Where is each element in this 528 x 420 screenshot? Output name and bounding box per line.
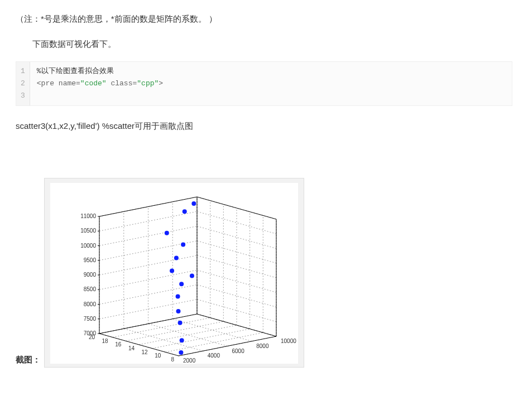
svg-text:10000: 10000 <box>281 338 296 344</box>
svg-line-9 <box>126 321 223 341</box>
svg-text:9500: 9500 <box>84 257 97 263</box>
svg-line-45 <box>99 314 197 334</box>
svg-text:10500: 10500 <box>80 228 96 234</box>
scatter-line: scatter3(x1,x2,y,'filled') %scatter可用于画散… <box>16 118 512 133</box>
svg-line-43 <box>99 334 179 356</box>
svg-line-1 <box>124 329 203 351</box>
svg-text:2000: 2000 <box>183 358 196 364</box>
svg-line-44 <box>197 314 276 336</box>
svg-point-89 <box>174 255 179 260</box>
svg-line-49 <box>99 197 197 216</box>
svg-point-88 <box>170 268 174 273</box>
svg-text:8000: 8000 <box>256 343 269 349</box>
svg-text:11000: 11000 <box>80 213 96 219</box>
svg-line-7 <box>152 329 250 349</box>
svg-text:8: 8 <box>171 356 174 363</box>
svg-text:8000: 8000 <box>84 301 97 307</box>
svg-text:10000: 10000 <box>80 243 96 249</box>
svg-text:9000: 9000 <box>84 272 97 278</box>
svg-text:10: 10 <box>155 353 161 359</box>
svg-point-85 <box>176 294 180 298</box>
svg-text:7500: 7500 <box>84 316 97 322</box>
code-block: 1 2 3 %以下绘图查看拟合效果<pre name="code" class=… <box>16 61 512 106</box>
svg-text:20: 20 <box>89 334 95 340</box>
line-number: 1 <box>21 65 25 78</box>
code-lines: %以下绘图查看拟合效果<pre name="code" class="cpp"> <box>30 62 170 105</box>
svg-text:4000: 4000 <box>208 353 220 359</box>
svg-text:14: 14 <box>128 345 135 351</box>
code-gutter: 1 2 3 <box>16 62 30 105</box>
scatter3d-plot: 7000750080008500900095001000010500110008… <box>50 183 298 364</box>
svg-point-93 <box>191 201 196 206</box>
svg-point-82 <box>180 338 184 342</box>
line-number: 2 <box>21 78 25 90</box>
code-line-2: %以下绘图查看拟合效果 <box>37 65 163 78</box>
line-number: 3 <box>21 90 25 102</box>
svg-line-19 <box>197 211 276 234</box>
svg-line-10 <box>113 318 210 337</box>
svg-point-83 <box>178 321 183 325</box>
svg-point-86 <box>179 282 184 286</box>
viz-intro-paragraph: 下面数据可视化看下。 <box>16 36 512 51</box>
svg-point-84 <box>176 309 181 313</box>
svg-point-90 <box>181 243 185 247</box>
plot-frame: 7000750080008500900095001000010500110008… <box>44 178 304 368</box>
svg-line-2 <box>148 324 228 346</box>
svg-point-87 <box>190 273 194 278</box>
svg-text:16: 16 <box>115 341 122 347</box>
svg-line-15 <box>197 270 276 292</box>
svg-text:18: 18 <box>102 338 109 344</box>
svg-text:12: 12 <box>142 349 148 355</box>
svg-line-3 <box>172 319 252 341</box>
svg-point-81 <box>179 350 183 355</box>
svg-line-8 <box>139 325 237 345</box>
svg-point-92 <box>183 209 187 214</box>
svg-point-91 <box>165 231 169 235</box>
svg-text:8500: 8500 <box>84 286 97 292</box>
svg-line-6 <box>165 332 263 352</box>
plot-inner: 7000750080008500900095001000010500110008… <box>50 183 298 364</box>
code-line-3: <pre name="code" class="cpp"> <box>37 78 163 90</box>
svg-text:6000: 6000 <box>232 348 245 354</box>
note-paragraph: （注：*号是乘法的意思，*前面的数是矩阵的系数。 ） <box>16 11 512 26</box>
caption-label: 截图： <box>16 355 41 368</box>
